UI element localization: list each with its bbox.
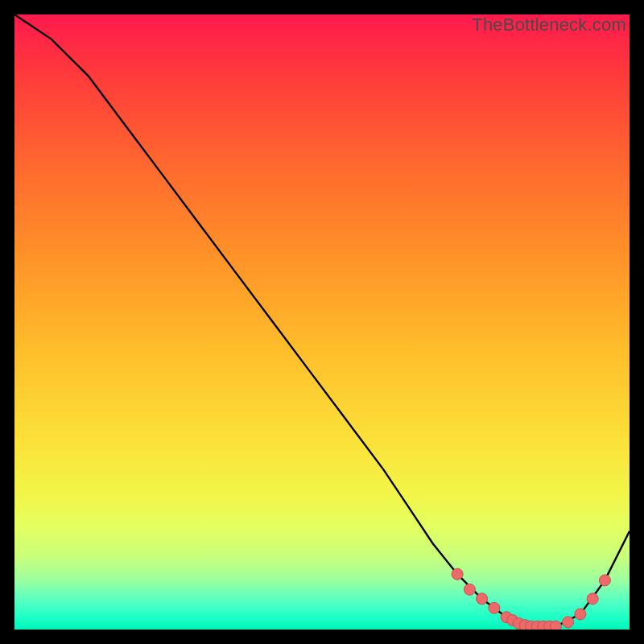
curve-marker (489, 602, 500, 613)
curve-marker (599, 575, 610, 586)
curve-marker (464, 584, 475, 595)
bottleneck-curve (14, 14, 630, 626)
plot-area: TheBottleneck.com (14, 14, 630, 630)
chart-svg (14, 14, 630, 630)
marker-group (452, 568, 610, 630)
curve-marker (587, 593, 598, 605)
curve-marker (563, 617, 574, 628)
curve-marker (452, 568, 463, 580)
chart-frame: TheBottleneck.com (0, 0, 644, 644)
curve-marker (550, 621, 561, 630)
curve-marker (575, 609, 586, 620)
curve-marker (477, 593, 488, 605)
